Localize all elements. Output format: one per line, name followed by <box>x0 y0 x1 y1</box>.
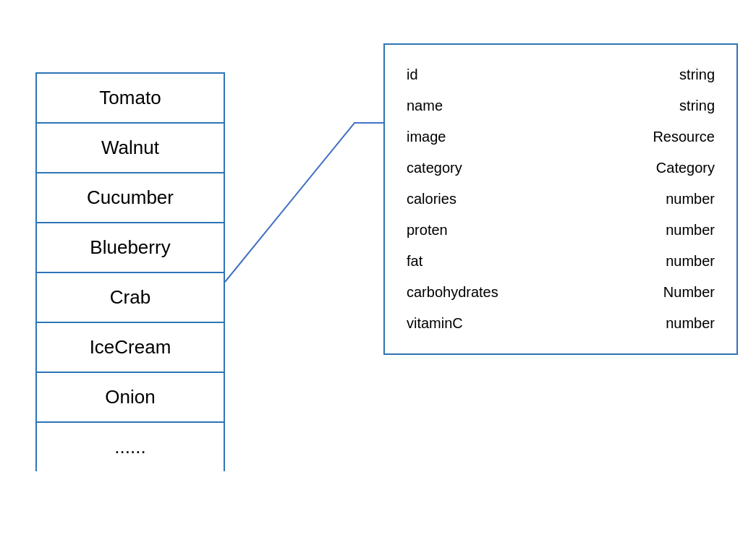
schema-field-name: proten <box>407 222 561 239</box>
schema-row: fat number <box>407 246 715 277</box>
list-wrapper: Tomato Walnut Cucumber Blueberry Crab Ic… <box>35 72 225 471</box>
list-item[interactable]: Tomato <box>37 72 224 124</box>
list-item[interactable]: Blueberry <box>37 222 224 273</box>
schema-row: category Category <box>407 153 715 184</box>
schema-field-name: image <box>407 129 561 145</box>
schema-field-type: string <box>561 66 715 83</box>
schema-field-name: carbohydrates <box>407 284 561 301</box>
schema-field-type: number <box>561 315 715 332</box>
schema-row: image Resource <box>407 121 715 153</box>
schema-row: id string <box>407 59 715 90</box>
schema-field-type: Resource <box>561 129 715 145</box>
schema-row: carbohydrates Number <box>407 277 715 308</box>
diagram-container: Tomato Walnut Cucumber Blueberry Crab Ic… <box>0 0 756 558</box>
schema-field-type: number <box>561 222 715 239</box>
schema-field-name: name <box>407 98 561 114</box>
schema-field-name: fat <box>407 253 561 270</box>
schema-field-type: Category <box>561 160 715 176</box>
list-item[interactable]: Crab <box>37 272 224 323</box>
schema-box: id string name string image Resource cat… <box>383 43 738 355</box>
schema-row: vitaminC number <box>407 308 715 339</box>
schema-row: proten number <box>407 215 715 246</box>
list-item-ellipsis: ...... <box>37 421 224 471</box>
schema-field-name: id <box>407 66 561 83</box>
schema-field-type: Number <box>561 284 715 301</box>
schema-field-name: category <box>407 160 561 176</box>
list-item[interactable]: Walnut <box>37 122 224 173</box>
schema-field-type: string <box>561 98 715 114</box>
list-container: Tomato Walnut Cucumber Blueberry Crab Ic… <box>35 72 225 471</box>
schema-field-name: calories <box>407 191 561 207</box>
list-item[interactable]: IceCream <box>37 322 224 373</box>
schema-row: name string <box>407 90 715 121</box>
list-item[interactable]: Onion <box>37 372 224 423</box>
schema-field-type: number <box>561 253 715 270</box>
list-item[interactable]: Cucumber <box>37 172 224 223</box>
schema-field-type: number <box>561 191 715 207</box>
schema-field-name: vitaminC <box>407 315 561 332</box>
schema-row: calories number <box>407 184 715 215</box>
